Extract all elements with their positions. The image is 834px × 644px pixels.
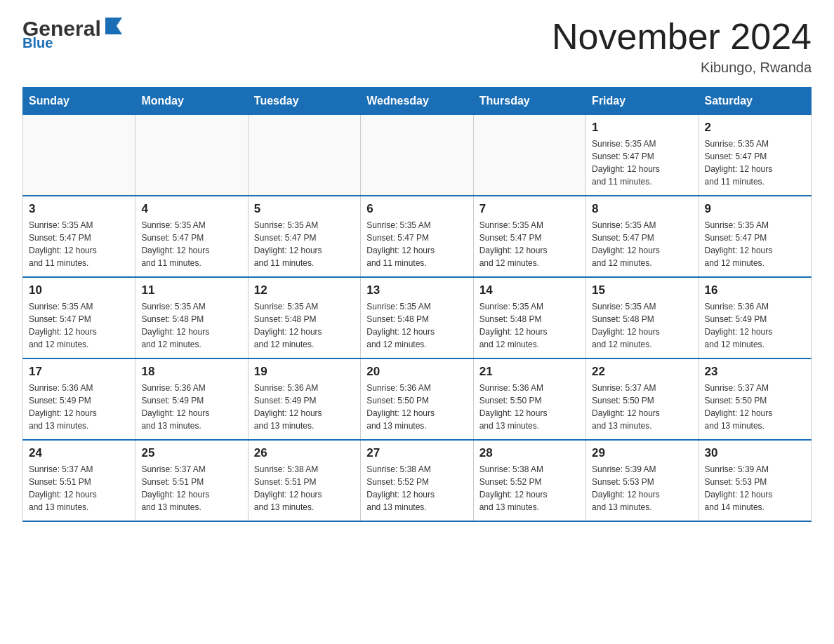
location-subtitle: Kibungo, Rwanda [552,60,812,76]
col-saturday: Saturday [699,88,811,115]
table-row: 10Sunrise: 5:35 AM Sunset: 5:47 PM Dayli… [23,277,135,358]
col-sunday: Sunday [23,88,135,115]
title-block: November 2024 Kibungo, Rwanda [552,17,812,76]
table-row: 7Sunrise: 5:35 AM Sunset: 5:47 PM Daylig… [473,196,585,277]
day-number: 26 [254,446,355,460]
table-row: 20Sunrise: 5:36 AM Sunset: 5:50 PM Dayli… [361,358,473,440]
day-info: Sunrise: 5:38 AM Sunset: 5:52 PM Dayligh… [366,463,467,514]
table-row: 26Sunrise: 5:38 AM Sunset: 5:51 PM Dayli… [248,440,360,521]
table-row: 1Sunrise: 5:35 AM Sunset: 5:47 PM Daylig… [586,115,699,196]
table-row: 11Sunrise: 5:35 AM Sunset: 5:48 PM Dayli… [135,277,248,358]
table-row: 3Sunrise: 5:35 AM Sunset: 5:47 PM Daylig… [23,196,135,277]
day-info: Sunrise: 5:36 AM Sunset: 5:50 PM Dayligh… [479,382,580,432]
day-info: Sunrise: 5:35 AM Sunset: 5:48 PM Dayligh… [141,300,241,351]
day-number: 4 [141,202,241,216]
month-title: November 2024 [552,17,812,57]
table-row: 5Sunrise: 5:35 AM Sunset: 5:47 PM Daylig… [248,196,360,277]
day-info: Sunrise: 5:36 AM Sunset: 5:49 PM Dayligh… [254,382,355,432]
table-row [361,115,473,196]
calendar-week-row: 24Sunrise: 5:37 AM Sunset: 5:51 PM Dayli… [23,440,812,521]
day-number: 19 [254,365,355,379]
logo: General Blue [22,17,128,51]
calendar-header-row: Sunday Monday Tuesday Wednesday Thursday… [23,88,812,115]
col-thursday: Thursday [473,88,585,115]
day-number: 1 [592,121,692,135]
table-row: 28Sunrise: 5:38 AM Sunset: 5:52 PM Dayli… [473,440,585,521]
day-number: 29 [592,446,692,460]
col-tuesday: Tuesday [248,88,360,115]
day-info: Sunrise: 5:35 AM Sunset: 5:47 PM Dayligh… [592,137,692,188]
table-row: 27Sunrise: 5:38 AM Sunset: 5:52 PM Dayli… [361,440,473,521]
day-info: Sunrise: 5:37 AM Sunset: 5:51 PM Dayligh… [141,463,241,514]
day-number: 6 [366,202,467,216]
day-info: Sunrise: 5:35 AM Sunset: 5:48 PM Dayligh… [479,300,580,351]
day-info: Sunrise: 5:36 AM Sunset: 5:49 PM Dayligh… [29,382,129,432]
day-info: Sunrise: 5:35 AM Sunset: 5:47 PM Dayligh… [141,219,241,269]
table-row: 30Sunrise: 5:39 AM Sunset: 5:53 PM Dayli… [699,440,811,521]
day-info: Sunrise: 5:36 AM Sunset: 5:50 PM Dayligh… [366,382,467,432]
day-info: Sunrise: 5:35 AM Sunset: 5:48 PM Dayligh… [366,300,467,351]
table-row: 13Sunrise: 5:35 AM Sunset: 5:48 PM Dayli… [361,277,473,358]
day-number: 10 [29,283,129,297]
day-number: 9 [705,202,805,216]
day-number: 8 [592,202,692,216]
day-number: 11 [141,283,241,297]
calendar-week-row: 3Sunrise: 5:35 AM Sunset: 5:47 PM Daylig… [23,196,812,277]
calendar-week-row: 10Sunrise: 5:35 AM Sunset: 5:47 PM Dayli… [23,277,812,358]
col-wednesday: Wednesday [361,88,473,115]
day-info: Sunrise: 5:36 AM Sunset: 5:49 PM Dayligh… [705,300,805,351]
day-info: Sunrise: 5:35 AM Sunset: 5:47 PM Dayligh… [366,219,467,269]
day-info: Sunrise: 5:35 AM Sunset: 5:47 PM Dayligh… [705,137,805,188]
day-info: Sunrise: 5:36 AM Sunset: 5:49 PM Dayligh… [141,382,241,432]
table-row: 29Sunrise: 5:39 AM Sunset: 5:53 PM Dayli… [586,440,699,521]
table-row: 9Sunrise: 5:35 AM Sunset: 5:47 PM Daylig… [699,196,811,277]
logo-flag-icon [102,15,128,40]
table-row: 2Sunrise: 5:35 AM Sunset: 5:47 PM Daylig… [699,115,811,196]
table-row: 15Sunrise: 5:35 AM Sunset: 5:48 PM Dayli… [586,277,699,358]
table-row [135,115,248,196]
table-row [248,115,360,196]
day-number: 20 [366,365,467,379]
table-row: 14Sunrise: 5:35 AM Sunset: 5:48 PM Dayli… [473,277,585,358]
table-row: 18Sunrise: 5:36 AM Sunset: 5:49 PM Dayli… [135,358,248,440]
page-header: General Blue November 2024 Kibungo, Rwan… [22,17,812,76]
table-row: 21Sunrise: 5:36 AM Sunset: 5:50 PM Dayli… [473,358,585,440]
col-friday: Friday [586,88,699,115]
day-info: Sunrise: 5:35 AM Sunset: 5:48 PM Dayligh… [592,300,692,351]
day-number: 15 [592,283,692,297]
day-number: 30 [705,446,805,460]
day-number: 27 [366,446,467,460]
table-row: 22Sunrise: 5:37 AM Sunset: 5:50 PM Dayli… [586,358,699,440]
table-row [473,115,585,196]
day-info: Sunrise: 5:35 AM Sunset: 5:47 PM Dayligh… [479,219,580,269]
table-row: 19Sunrise: 5:36 AM Sunset: 5:49 PM Dayli… [248,358,360,440]
day-number: 12 [254,283,355,297]
day-number: 2 [705,121,805,135]
day-info: Sunrise: 5:35 AM Sunset: 5:47 PM Dayligh… [29,300,129,351]
day-number: 18 [141,365,241,379]
day-number: 22 [592,365,692,379]
calendar-table: Sunday Monday Tuesday Wednesday Thursday… [22,87,812,522]
day-info: Sunrise: 5:37 AM Sunset: 5:51 PM Dayligh… [29,463,129,514]
day-number: 21 [479,365,580,379]
logo-blue-text: Blue [22,35,53,51]
table-row: 4Sunrise: 5:35 AM Sunset: 5:47 PM Daylig… [135,196,248,277]
calendar-week-row: 1Sunrise: 5:35 AM Sunset: 5:47 PM Daylig… [23,115,812,196]
table-row: 25Sunrise: 5:37 AM Sunset: 5:51 PM Dayli… [135,440,248,521]
col-monday: Monday [135,88,248,115]
day-info: Sunrise: 5:39 AM Sunset: 5:53 PM Dayligh… [592,463,692,514]
day-info: Sunrise: 5:37 AM Sunset: 5:50 PM Dayligh… [705,382,805,432]
calendar-week-row: 17Sunrise: 5:36 AM Sunset: 5:49 PM Dayli… [23,358,812,440]
day-number: 14 [479,283,580,297]
day-number: 24 [29,446,129,460]
table-row: 24Sunrise: 5:37 AM Sunset: 5:51 PM Dayli… [23,440,135,521]
table-row: 12Sunrise: 5:35 AM Sunset: 5:48 PM Dayli… [248,277,360,358]
day-number: 17 [29,365,129,379]
day-number: 16 [705,283,805,297]
day-info: Sunrise: 5:35 AM Sunset: 5:48 PM Dayligh… [254,300,355,351]
day-number: 3 [29,202,129,216]
day-info: Sunrise: 5:35 AM Sunset: 5:47 PM Dayligh… [29,219,129,269]
day-number: 5 [254,202,355,216]
day-info: Sunrise: 5:35 AM Sunset: 5:47 PM Dayligh… [592,219,692,269]
day-number: 25 [141,446,241,460]
